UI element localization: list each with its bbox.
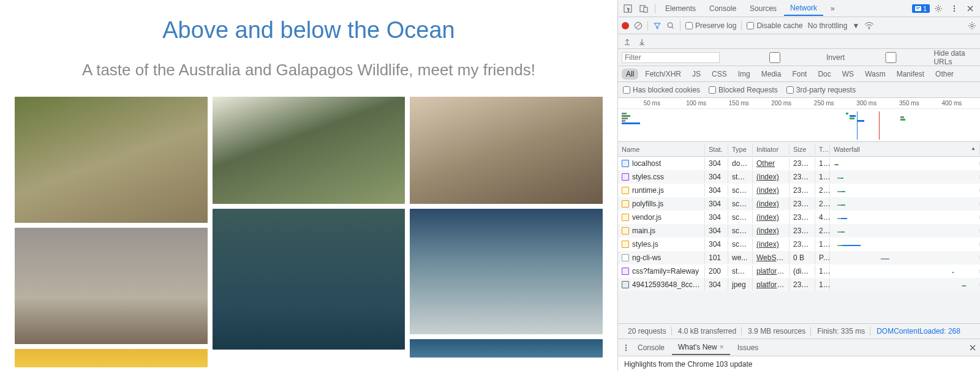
svg-point-9 — [954, 10, 955, 11]
file-type-icon — [622, 281, 629, 288]
summary-finish: Finish: 335 ms — [812, 327, 870, 335]
filter-type-doc[interactable]: Doc — [813, 69, 835, 80]
gallery-image[interactable] — [410, 339, 603, 358]
filter-type-img[interactable]: Img — [734, 69, 755, 80]
drawer-tab-console[interactable]: Console — [631, 340, 671, 355]
gallery-image[interactable] — [213, 209, 405, 350]
network-row[interactable]: runtime.js304scri...(index)234...2... — [618, 184, 980, 197]
filter-type-js[interactable]: JS — [688, 69, 705, 80]
record-button[interactable] — [622, 22, 629, 29]
disable-cache-checkbox[interactable]: Disable cache — [747, 21, 802, 30]
filter-type-all[interactable]: All — [622, 69, 638, 80]
summary-bar: 20 requests 4.0 kB transferred 3.9 MB re… — [618, 323, 980, 339]
network-row[interactable]: main.js304scri...(index)234...2... — [618, 224, 980, 238]
timeline-tick: 300 ms — [856, 100, 876, 107]
filter-type-ws[interactable]: WS — [838, 69, 858, 80]
webpage-content: Above and below the Ocean A taste of the… — [0, 0, 617, 371]
svg-rect-2 — [644, 7, 647, 12]
network-row[interactable]: vendor.js304scri...(index)236...4... — [618, 211, 980, 224]
summary-resources: 3.9 MB resources — [743, 327, 811, 335]
gallery-image[interactable] — [410, 209, 603, 334]
page-title: Above and below the Ocean — [15, 17, 603, 43]
file-type-icon — [622, 254, 629, 261]
filter-type-font[interactable]: Font — [788, 69, 811, 80]
svg-point-13 — [971, 24, 973, 27]
gallery-image[interactable] — [15, 97, 208, 223]
network-row[interactable]: styles.css304styl...(index)233...1... — [618, 170, 980, 184]
issues-badge[interactable]: 1 — [912, 4, 930, 13]
drawer-kebab-icon[interactable] — [622, 343, 630, 352]
wifi-icon[interactable] — [864, 21, 874, 30]
preserve-log-checkbox[interactable]: Preserve log — [685, 21, 736, 30]
upload-icon[interactable] — [623, 37, 631, 46]
filter-type-manifest[interactable]: Manifest — [892, 69, 929, 80]
tab-elements[interactable]: Elements — [659, 1, 702, 16]
close-tab-icon[interactable]: × — [720, 343, 724, 351]
kebab-icon[interactable] — [947, 1, 962, 16]
svg-rect-4 — [916, 7, 920, 8]
grid-header[interactable]: Name Stat. Type Initiator Size T... Wate… — [618, 142, 980, 157]
drawer-close-icon[interactable] — [969, 344, 976, 351]
close-icon[interactable] — [963, 1, 978, 16]
svg-point-15 — [625, 347, 627, 348]
filter-input[interactable] — [622, 52, 720, 63]
download-icon[interactable] — [638, 37, 646, 46]
file-type-icon — [622, 227, 629, 234]
gallery-image[interactable] — [410, 97, 603, 204]
third-party-checkbox[interactable]: 3rd-party requests — [786, 86, 856, 94]
timeline-tick: 350 ms — [899, 100, 919, 107]
inspect-icon[interactable] — [620, 1, 635, 16]
svg-point-16 — [625, 349, 627, 350]
blocked-requests-checkbox[interactable]: Blocked Requests — [709, 86, 778, 94]
network-row[interactable]: ng-cli-ws101we...WebSoc...0 BP... — [618, 251, 980, 264]
throttling-select[interactable]: No throttling — [808, 21, 848, 30]
tabs-overflow[interactable]: » — [824, 1, 841, 16]
file-type-icon — [622, 268, 629, 275]
network-row[interactable]: styles.js304scri...(index)235...1... — [618, 238, 980, 251]
svg-point-7 — [954, 5, 955, 6]
drawer-tab-whatsnew[interactable]: What's New× — [672, 340, 730, 355]
devtools-tabbar: Elements Console Sources Network » 1 — [618, 0, 980, 17]
clear-icon[interactable] — [634, 21, 643, 30]
filter-type-media[interactable]: Media — [757, 69, 786, 80]
drawer-tab-issues[interactable]: Issues — [731, 340, 765, 355]
settings-icon[interactable] — [931, 1, 946, 16]
timeline-overview[interactable]: 50 ms100 ms150 ms200 ms250 ms300 ms350 m… — [618, 98, 980, 142]
timeline-tick: 50 ms — [644, 100, 660, 107]
network-row[interactable]: localhost304doc...Other233...1... — [618, 157, 980, 170]
extra-filters: Has blocked cookies Blocked Requests 3rd… — [618, 82, 980, 98]
invert-checkbox[interactable]: Invert — [726, 52, 845, 63]
timeline-tick: 100 ms — [686, 100, 706, 107]
drawer-tabs: Console What's New× Issues — [618, 339, 980, 356]
tab-sources[interactable]: Sources — [744, 1, 783, 16]
svg-point-11 — [668, 23, 673, 28]
filter-type-fetchxhr[interactable]: Fetch/XHR — [641, 69, 685, 80]
filter-type-other[interactable]: Other — [931, 69, 958, 80]
svg-point-12 — [869, 28, 870, 29]
gallery-image[interactable] — [15, 228, 208, 344]
file-type-icon — [622, 214, 629, 221]
filter-bar: Invert Hide data URLs — [618, 49, 980, 66]
gallery-image[interactable] — [15, 349, 208, 367]
network-row[interactable]: css?family=Raleway200styl...platform...(… — [618, 264, 980, 278]
blocked-cookies-checkbox[interactable]: Has blocked cookies — [623, 86, 700, 94]
network-settings-icon[interactable] — [968, 21, 976, 30]
tab-network[interactable]: Network — [784, 1, 823, 16]
filter-type-wasm[interactable]: Wasm — [861, 69, 890, 80]
timeline-tick: 250 ms — [814, 100, 834, 107]
timeline-tick: 200 ms — [771, 100, 791, 107]
hide-urls-checkbox[interactable]: Hide data URLs — [851, 49, 976, 66]
gallery-image[interactable] — [213, 97, 405, 204]
filter-type-css[interactable]: CSS — [707, 69, 731, 80]
devtools-panel: Elements Console Sources Network » 1 Pre… — [617, 0, 980, 371]
device-toggle-icon[interactable] — [636, 1, 651, 16]
svg-point-8 — [954, 7, 955, 9]
image-gallery — [15, 97, 603, 367]
tab-console[interactable]: Console — [703, 1, 742, 16]
network-row[interactable]: 49412593648_8cc3...304jpegplatform...235… — [618, 278, 980, 291]
network-row[interactable]: polyfills.js304scri...(index)235...2... — [618, 197, 980, 211]
filter-types: AllFetch/XHRJSCSSImgMediaFontDocWSWasmMa… — [618, 66, 980, 82]
chevron-down-icon[interactable]: ▼ — [852, 21, 859, 30]
search-icon[interactable] — [666, 21, 675, 30]
filter-icon[interactable] — [653, 21, 662, 30]
